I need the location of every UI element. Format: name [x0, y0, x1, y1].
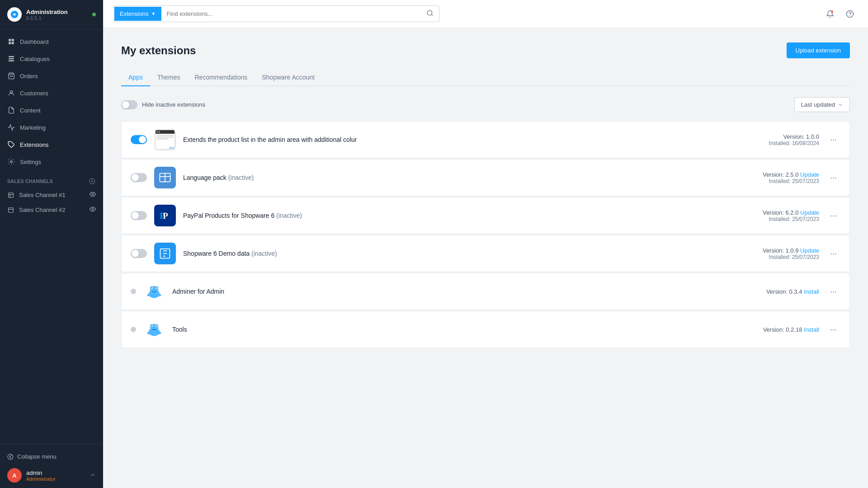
- ext4-actions-button[interactable]: ···: [826, 247, 840, 260]
- sidebar-item-extensions[interactable]: Extensions: [0, 136, 103, 153]
- extension-item-ext3: P P PayPal Products for Shopware 6 (inac…: [121, 197, 850, 234]
- svg-rect-3: [9, 42, 11, 44]
- ext6-version: Version: 0.2.18 Install: [763, 326, 819, 333]
- ext3-toggle[interactable]: [131, 211, 147, 220]
- upload-extension-button[interactable]: Upload extension: [787, 42, 850, 58]
- svg-point-41: [156, 287, 157, 289]
- ext6-name: Tools: [172, 326, 187, 333]
- sidebar-item-sc1[interactable]: Sales Channel #1: [0, 188, 103, 202]
- ext3-info: PayPal Products for Shopware 6 (inactive…: [183, 212, 755, 219]
- tab-recommendations[interactable]: Recommendations: [188, 69, 255, 86]
- svg-point-42: [147, 294, 151, 296]
- extension-item-ext2: Language pack (inactive) Version: 2.5.0 …: [121, 159, 850, 196]
- ext2-update-button[interactable]: Update: [800, 171, 819, 178]
- hide-inactive-toggle-row: Hide inactive extensions: [121, 100, 205, 109]
- ext1-toggle[interactable]: [131, 135, 147, 144]
- ext3-version: Version: 6.2.0 Update: [763, 209, 819, 216]
- orders-icon: [7, 72, 15, 80]
- search-container: Extensions ▼: [114, 5, 439, 22]
- ext5-actions-button[interactable]: ···: [826, 285, 840, 298]
- settings-label: Settings: [20, 159, 41, 165]
- catalogues-icon: [7, 55, 15, 63]
- ext4-installed: Installed: 25/07/2023: [763, 254, 819, 260]
- ext2-icon: [154, 167, 176, 188]
- ext5-toggle: [131, 289, 136, 294]
- user-avatar: A: [7, 468, 22, 483]
- filter-bar: Hide inactive extensions Last updated: [121, 97, 850, 112]
- svg-point-9: [10, 91, 12, 93]
- ext1-actions-button[interactable]: ···: [826, 133, 840, 146]
- content-icon: [7, 106, 15, 114]
- ext2-name: Language pack (inactive): [183, 174, 254, 181]
- ext1-name: Extends the product list in the admin ar…: [183, 136, 357, 143]
- hide-inactive-toggle[interactable]: [121, 100, 137, 109]
- ext3-name: PayPal Products for Shopware 6 (inactive…: [183, 212, 302, 219]
- notifications-icon[interactable]: [823, 7, 837, 21]
- search-input[interactable]: [161, 7, 421, 21]
- svg-point-52: [147, 332, 151, 334]
- sidebar-item-content[interactable]: Content: [0, 102, 103, 119]
- ext2-installed: Installed: 25/07/2023: [763, 178, 819, 184]
- ext4-update-button[interactable]: Update: [800, 247, 819, 254]
- sc2-icon: [7, 206, 14, 214]
- svg-point-43: [158, 294, 161, 296]
- collapse-menu-button[interactable]: Collapse menu: [7, 450, 96, 464]
- svg-rect-7: [9, 60, 14, 61]
- ext2-toggle[interactable]: [131, 173, 147, 182]
- brand-info: Administration 6.6.5.1: [26, 9, 88, 21]
- ext6-actions-button[interactable]: ···: [826, 323, 840, 336]
- svg-point-21: [92, 208, 94, 210]
- marketing-label: Marketing: [20, 124, 46, 131]
- ext4-toggle[interactable]: [131, 249, 147, 258]
- marketing-icon: [7, 123, 15, 131]
- svg-rect-15: [9, 192, 14, 197]
- ext3-meta: Version: 6.2.0 Update Installed: 25/07/2…: [763, 209, 819, 222]
- svg-point-18: [92, 193, 94, 195]
- search-dropdown[interactable]: Extensions ▼: [114, 7, 161, 21]
- brand-version: 6.6.5.1: [26, 15, 88, 21]
- help-icon[interactable]: [843, 7, 857, 21]
- search-button[interactable]: [421, 6, 439, 22]
- tab-themes[interactable]: Themes: [150, 69, 188, 86]
- user-menu-chevron-icon[interactable]: [90, 472, 96, 479]
- user-section[interactable]: A admin Administrator: [7, 464, 96, 483]
- ext6-info: Tools: [172, 326, 756, 333]
- sidebar-item-marketing[interactable]: Marketing: [0, 119, 103, 136]
- online-indicator: [92, 13, 96, 16]
- tab-shopware-account[interactable]: Shopware Account: [255, 69, 322, 86]
- ext3-actions-button[interactable]: ···: [826, 209, 840, 222]
- hide-inactive-label: Hide inactive extensions: [142, 101, 205, 108]
- svg-rect-1: [9, 39, 11, 41]
- svg-point-11: [10, 161, 12, 163]
- ext2-version: Version: 2.5.0 Update: [763, 171, 819, 178]
- ext4-icon: [154, 243, 176, 264]
- sidebar-item-orders[interactable]: Orders: [0, 67, 103, 84]
- ext6-install-button[interactable]: Install: [804, 326, 819, 333]
- add-sales-channel-icon[interactable]: [89, 178, 96, 185]
- user-name: admin: [26, 469, 85, 476]
- extension-item-ext6: Tools Version: 0.2.18 Install ···: [121, 311, 850, 348]
- extensions-icon: [7, 141, 15, 149]
- sidebar-item-settings[interactable]: Settings: [0, 153, 103, 170]
- sidebar-item-customers[interactable]: Customers: [0, 84, 103, 102]
- ext1-installed: Installed: 16/08/2024: [769, 140, 819, 146]
- svg-point-51: [156, 325, 157, 327]
- ext5-install-button[interactable]: Install: [804, 288, 819, 295]
- app-logo: [7, 7, 22, 22]
- ext3-update-button[interactable]: Update: [800, 209, 819, 216]
- sidebar-item-sc2[interactable]: Sales Channel #2: [0, 202, 103, 217]
- extension-item-ext5: Adminer for Admin Version: 0.3.4 Install…: [121, 273, 850, 310]
- ext5-name: Adminer for Admin: [172, 288, 224, 295]
- ext2-info: Language pack (inactive): [183, 174, 755, 181]
- ext4-meta: Version: 1.0.9 Update Installed: 25/07/2…: [763, 247, 819, 260]
- sc1-visibility-icon[interactable]: [90, 191, 96, 199]
- sc2-visibility-icon[interactable]: [90, 206, 96, 214]
- sidebar-item-catalogues[interactable]: Catalogues: [0, 50, 103, 67]
- extensions-list: Ext. Extends the product list in the adm…: [121, 121, 850, 348]
- tab-apps[interactable]: Apps: [121, 69, 150, 86]
- sort-label: Last updated: [801, 101, 835, 108]
- catalogues-label: Catalogues: [20, 56, 50, 62]
- sort-dropdown[interactable]: Last updated: [794, 97, 850, 112]
- sidebar-item-dashboard[interactable]: Dashboard: [0, 33, 103, 50]
- ext2-actions-button[interactable]: ···: [826, 171, 840, 184]
